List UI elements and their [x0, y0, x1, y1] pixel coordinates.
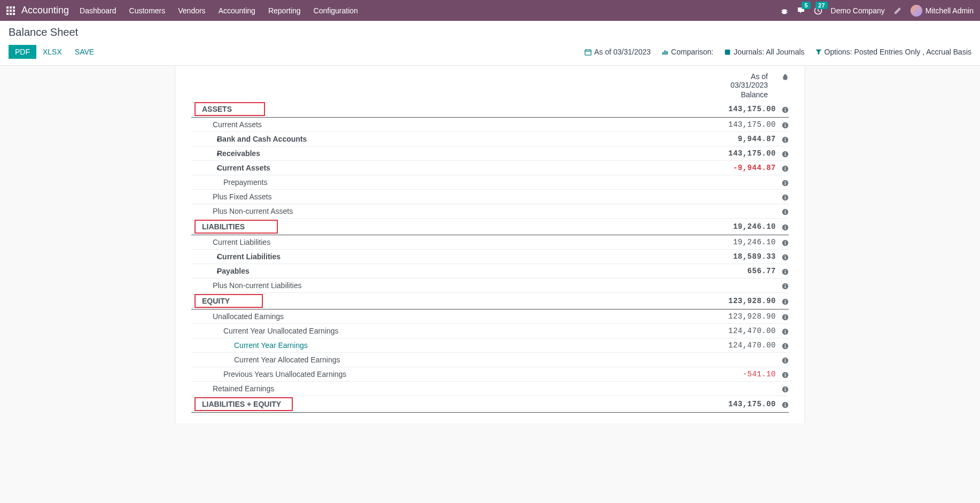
- avatar: [911, 5, 922, 17]
- svg-rect-11: [666, 51, 667, 55]
- row-value: 143,175.00: [712, 400, 776, 408]
- svg-point-44: [785, 255, 786, 256]
- toolbar-filters: As of 03/31/2023 Comparison: Journals: A…: [585, 48, 971, 56]
- row-label[interactable]: Current Year Earnings: [234, 341, 712, 350]
- user-menu[interactable]: Mitchell Admin: [911, 5, 974, 17]
- info-icon[interactable]: [776, 341, 789, 349]
- info-icon[interactable]: [776, 238, 789, 246]
- navbar-menu: Dashboard Customers Vendors Accounting R…: [80, 6, 358, 15]
- row-label: EQUITY: [202, 297, 230, 305]
- report-row: LIABILITIES19,246.10: [191, 219, 789, 235]
- report-row: ▸Plus Non-current Liabilities: [191, 278, 789, 293]
- row-value: 18,589.33: [712, 252, 776, 261]
- svg-point-59: [785, 329, 786, 330]
- row-label: ASSETS: [202, 105, 232, 113]
- row-value: 123,928.90: [712, 312, 776, 321]
- info-icon[interactable]: [776, 207, 789, 215]
- nav-customers[interactable]: Customers: [129, 6, 166, 15]
- info-icon[interactable]: [776, 178, 789, 186]
- expand-caret-icon[interactable]: ▸: [191, 254, 217, 260]
- comparison-filter[interactable]: Comparison:: [662, 48, 713, 56]
- svg-point-38: [785, 225, 786, 226]
- row-label: Receivables: [217, 149, 712, 158]
- navbar-right: 5 27 Demo Company Mitchell Admin: [781, 5, 974, 17]
- app-brand[interactable]: Accounting: [21, 5, 69, 16]
- company-selector[interactable]: Demo Company: [831, 6, 885, 15]
- info-icon[interactable]: [776, 149, 789, 157]
- asof-filter[interactable]: As of 03/31/2023: [585, 48, 651, 56]
- info-icon[interactable]: [776, 297, 789, 305]
- expand-caret-icon[interactable]: ▸: [191, 151, 217, 157]
- info-icon[interactable]: [776, 267, 789, 275]
- info-icon[interactable]: [776, 105, 789, 113]
- apps-menu-icon[interactable]: [6, 6, 15, 15]
- report-row: EQUITY123,928.90: [191, 293, 789, 309]
- svg-rect-37: [785, 227, 786, 229]
- row-label: Retained Earnings: [213, 384, 712, 393]
- balance-sheet-report: As of 03/31/2023 Balance ASSETS143,175.0…: [175, 66, 805, 423]
- calendar-icon: [585, 49, 592, 56]
- report-row: ▸Current Assets143,175.00: [191, 118, 789, 132]
- report-row: ▸Payables656.77: [191, 264, 789, 278]
- svg-point-29: [785, 181, 786, 182]
- svg-point-65: [785, 358, 786, 359]
- expand-caret-icon[interactable]: ▸: [191, 165, 217, 171]
- page-title: Balance Sheet: [9, 26, 971, 38]
- nav-configuration[interactable]: Configuration: [314, 6, 358, 15]
- info-icon[interactable]: [776, 384, 789, 392]
- svg-point-14: [785, 107, 786, 109]
- svg-point-62: [785, 344, 786, 345]
- row-value: -9,944.87: [712, 164, 776, 172]
- info-icon[interactable]: [776, 312, 789, 320]
- info-icon[interactable]: [776, 252, 789, 260]
- svg-rect-64: [785, 360, 786, 362]
- info-icon[interactable]: [776, 327, 789, 335]
- info-icon[interactable]: [776, 281, 789, 289]
- info-icon[interactable]: [776, 120, 789, 128]
- info-icon[interactable]: [776, 355, 789, 363]
- svg-rect-28: [785, 182, 786, 184]
- svg-point-17: [785, 123, 786, 124]
- svg-point-23: [785, 152, 786, 153]
- nav-reporting[interactable]: Reporting: [268, 6, 301, 15]
- expand-caret-icon[interactable]: ▸: [191, 268, 217, 274]
- options-filter[interactable]: Options: Posted Entries Only , Accrual B…: [815, 48, 971, 56]
- report-rows: ASSETS143,175.00▸Current Assets143,175.0…: [191, 101, 789, 413]
- messages-icon[interactable]: 5: [797, 6, 805, 15]
- info-icon[interactable]: [776, 222, 789, 230]
- report-row: ▸Current Liabilities19,246.10: [191, 235, 789, 250]
- tools-icon[interactable]: [893, 6, 902, 15]
- pdf-button[interactable]: PDF: [9, 45, 36, 59]
- nav-accounting[interactable]: Accounting: [219, 6, 255, 15]
- row-value: 656.77: [712, 267, 776, 275]
- messages-badge: 5: [802, 2, 810, 9]
- journals-filter[interactable]: Journals: All Journals: [724, 48, 804, 56]
- svg-rect-10: [664, 50, 665, 55]
- nav-dashboard[interactable]: Dashboard: [80, 6, 116, 15]
- nav-vendors[interactable]: Vendors: [178, 6, 205, 15]
- expand-caret-icon[interactable]: ▸: [191, 136, 217, 142]
- info-icon[interactable]: [776, 164, 789, 172]
- row-value: 9,944.87: [712, 135, 776, 143]
- row-label: LIABILITIES + EQUITY: [202, 400, 281, 408]
- svg-rect-40: [785, 242, 786, 244]
- report-row: ▸Unallocated Earnings123,928.90: [191, 309, 789, 324]
- header-balance: Balance: [730, 90, 768, 99]
- report-row: ▸Current Year Earnings124,470.00: [191, 338, 789, 353]
- info-icon[interactable]: [776, 370, 789, 378]
- row-label: Current Liabilities: [213, 238, 712, 246]
- svg-rect-61: [785, 345, 786, 347]
- info-icon[interactable]: [776, 135, 789, 143]
- activity-icon[interactable]: 27: [814, 6, 822, 15]
- report-container: As of 03/31/2023 Balance ASSETS143,175.0…: [0, 66, 980, 423]
- save-button[interactable]: SAVE: [68, 45, 100, 59]
- info-icon[interactable]: [776, 400, 789, 408]
- report-row: ▸Plus Non-current Assets: [191, 204, 789, 219]
- xlsx-button[interactable]: XLSX: [36, 45, 68, 59]
- svg-rect-70: [785, 389, 786, 391]
- svg-rect-25: [785, 168, 786, 170]
- info-icon[interactable]: [776, 192, 789, 200]
- debug-icon[interactable]: [781, 6, 788, 14]
- report-row: ▸Plus Fixed Assets: [191, 190, 789, 204]
- report-debug-icon[interactable]: [782, 72, 789, 81]
